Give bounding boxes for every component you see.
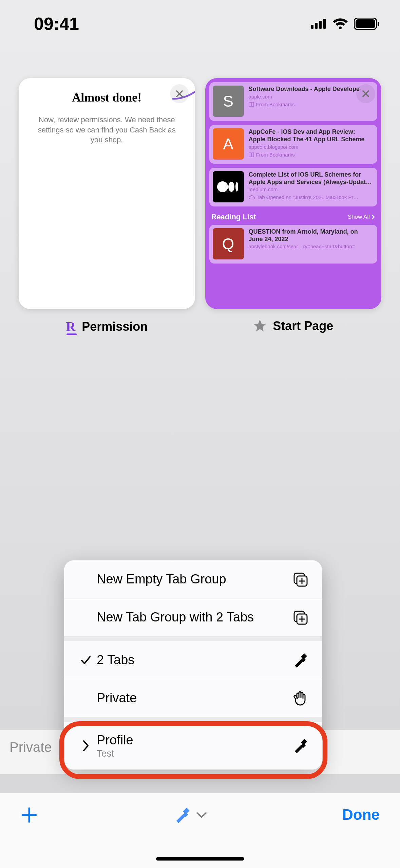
tab-group-add-icon <box>291 572 310 587</box>
tab-label-startpage: Start Page <box>253 319 333 333</box>
card-title: Software Downloads - Apple Develope <box>249 86 374 93</box>
tab-group-menu: New Empty Tab Group New Tab Group with 2… <box>64 560 322 770</box>
reading-list-title: Reading List <box>211 213 256 221</box>
tab-overview: Almost done! Now, review permissions. We… <box>19 78 381 334</box>
reading-list-item[interactable]: QQUESTION from Arnold, Maryland, on June… <box>209 225 378 264</box>
card-thumbnail: S <box>213 86 244 117</box>
close-tab-button[interactable] <box>356 84 375 103</box>
tab-preview-startpage[interactable]: SSoftware Downloads - Apple Developeappl… <box>205 78 382 309</box>
tab-group-private-label[interactable]: Private <box>9 740 52 755</box>
rakuten-logo-icon: R <box>66 319 76 334</box>
svg-rect-1 <box>315 23 318 29</box>
star-icon <box>253 319 267 333</box>
menu-new-empty-tab-group[interactable]: New Empty Tab Group <box>64 560 322 598</box>
tab-group-add-icon <box>291 610 310 625</box>
done-button[interactable]: Done <box>342 806 380 823</box>
tab-label-permission: R Permission <box>66 319 148 334</box>
hammer-icon <box>291 738 310 754</box>
status-icons <box>311 18 380 30</box>
status-time: 09:41 <box>34 14 79 34</box>
card-thumbnail: Q <box>213 228 244 259</box>
card-domain: appcofe.blogspot.com <box>249 144 374 150</box>
card-meta: Tab Opened on "Justin's 2021 MacBook Pr… <box>249 194 374 200</box>
svg-point-8 <box>228 182 234 192</box>
bottom-toolbar: Done <box>0 793 400 868</box>
hand-icon <box>291 690 310 706</box>
tab-group-picker[interactable] <box>173 806 207 825</box>
chevron-down-icon <box>196 811 207 820</box>
card-title: QUESTION from Arnold, Maryland, on June … <box>249 228 374 243</box>
svg-rect-0 <box>311 25 313 29</box>
svg-rect-3 <box>323 19 326 29</box>
home-indicator <box>156 857 244 861</box>
tab-label-text: Start Page <box>273 319 333 333</box>
start-page-card[interactable]: SSoftware Downloads - Apple Developeappl… <box>209 82 378 121</box>
menu-private[interactable]: Private <box>64 679 322 717</box>
card-domain: apple.com <box>249 94 374 100</box>
menu-profile[interactable]: Profile Test <box>64 722 322 770</box>
menu-profile-title: Profile <box>97 733 133 747</box>
svg-rect-2 <box>319 21 322 29</box>
tab-preview-permission[interactable]: Almost done! Now, review permissions. We… <box>19 78 195 309</box>
checkmark-icon <box>76 654 95 666</box>
card-meta: From Bookmarks <box>249 152 374 158</box>
start-page-card[interactable]: AAppCoFe - iOS Dev and App Review: Apple… <box>209 125 378 164</box>
hammer-icon <box>291 652 310 668</box>
card-title: AppCoFe - iOS Dev and App Review: Apple … <box>249 128 374 143</box>
close-tab-button[interactable] <box>170 84 189 103</box>
svg-point-7 <box>217 181 228 192</box>
menu-new-tab-group-with-tabs[interactable]: New Tab Group with 2 Tabs <box>64 598 322 636</box>
chevron-right-icon <box>76 740 95 752</box>
wifi-icon <box>332 18 348 30</box>
tab-card-startpage[interactable]: SSoftware Downloads - Apple Developeappl… <box>205 78 382 334</box>
permission-title: Almost done! <box>31 90 183 105</box>
show-all-button[interactable]: Show All <box>348 214 375 220</box>
svg-point-9 <box>235 182 238 192</box>
reading-list-header: Reading List Show All <box>209 211 378 225</box>
new-tab-button[interactable] <box>20 806 38 825</box>
status-bar: 09:41 <box>0 0 400 48</box>
menu-profile-subtitle: Test <box>97 748 291 759</box>
svg-rect-5 <box>356 19 375 28</box>
card-thumbnail <box>213 171 244 202</box>
tab-card-permission[interactable]: Almost done! Now, review permissions. We… <box>19 78 195 334</box>
menu-current-tabs[interactable]: 2 Tabs <box>64 641 322 679</box>
card-meta: From Bookmarks <box>249 102 374 107</box>
start-page-card[interactable]: Complete List of iOS URL Schemes for App… <box>209 168 378 206</box>
hammer-icon <box>173 806 191 825</box>
battery-icon <box>354 18 380 30</box>
cellular-icon <box>311 19 327 29</box>
card-thumbnail: A <box>213 128 244 160</box>
card-domain: apstylebook.com/sear…ry=head+start&butto… <box>249 243 374 249</box>
svg-rect-6 <box>378 22 379 26</box>
tab-label-text: Permission <box>82 320 148 334</box>
card-domain: medium.com <box>249 186 374 192</box>
permission-body: Now, review permissions. We need these s… <box>31 115 183 145</box>
card-title: Complete List of iOS URL Schemes for App… <box>249 171 374 186</box>
